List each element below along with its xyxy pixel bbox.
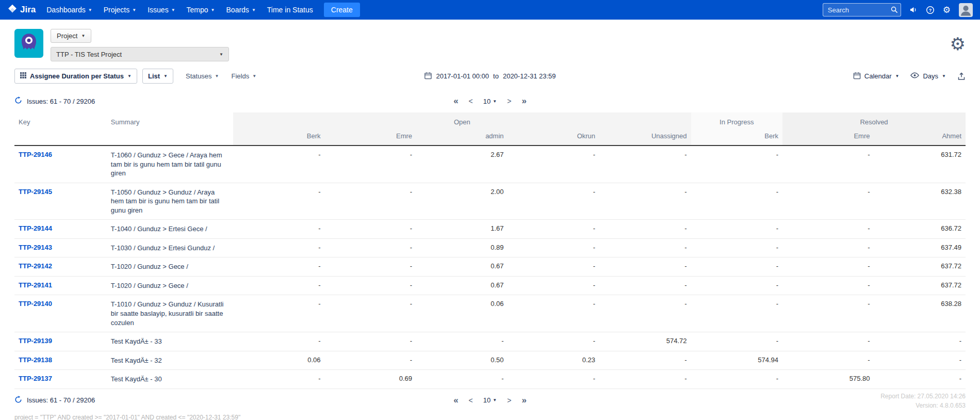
issue-key-link[interactable]: TTP-29143 [19,244,52,251]
issue-key-link[interactable]: TTP-29138 [19,356,52,364]
duration-cell: - [325,183,416,220]
duration-cell: - [782,146,874,183]
prev-page-button[interactable]: < [469,396,473,405]
pagination-bottom: « < 10▼ > » [453,395,527,406]
duration-cell: - [782,351,874,370]
chevron-down-icon: ▼ [127,74,132,78]
issue-key-cell: TTP-29137 [14,370,107,389]
display-unit-dropdown[interactable]: Days▼ [910,72,946,80]
feedback-megaphone-icon[interactable] [909,6,918,14]
issues-table-body: TTP-29146T-1060 / Gunduz > Gece / Araya … [14,146,966,389]
issue-key-link[interactable]: TTP-29145 [19,188,52,196]
duration-cell: 575.80 [782,370,874,389]
issue-summary-cell: Test KaydÄ± - 32 [107,351,233,370]
issue-key-link[interactable]: TTP-29142 [19,262,52,270]
project-select[interactable]: TTP - TIS Test Project▼ [51,47,229,61]
issue-key-link[interactable]: TTP-29141 [19,281,52,289]
nav-item-dashboards[interactable]: Dashboards▼ [41,0,97,20]
issue-key-link[interactable]: TTP-29139 [19,337,52,345]
duration-cell: 574.72 [599,332,691,351]
date-range-picker[interactable]: 2017-01-01 00:00 to 2020-12-31 23:59 [424,72,556,81]
pagination-top: « < 10▼ > » [453,96,527,106]
jira-home-link[interactable]: Jira [7,4,36,17]
refresh-icon[interactable] [14,96,22,106]
calendar-mode-dropdown[interactable]: Calendar▼ [853,72,900,81]
issue-key-link[interactable]: TTP-29146 [19,151,52,158]
duration-cell: - [599,220,691,239]
page-size-select[interactable]: 10▼ [483,396,497,404]
duration-cell: - [782,183,874,220]
search-icon[interactable] [890,6,898,15]
date-separator: to [493,72,499,80]
table-row: TTP-29139Test KaydÄ± - 33----574.72--- [14,332,966,351]
duration-cell: - [599,146,691,183]
duration-cell: - [691,238,782,257]
last-page-button[interactable]: » [521,96,526,106]
first-page-button[interactable]: « [453,395,458,406]
table-row: TTP-29138Test KaydÄ± - 320.06-0.500.23-5… [14,351,966,370]
export-icon[interactable] [957,72,966,80]
duration-cell: - [233,257,324,277]
fields-dropdown[interactable]: Fields▼ [232,72,257,80]
report-type-label: Assignee Duration per Status [30,72,124,80]
page-size-select[interactable]: 10▼ [483,98,497,105]
nav-item-projects[interactable]: Projects▼ [98,0,142,20]
view-type-button[interactable]: List▼ [142,69,173,84]
prev-page-button[interactable]: < [469,97,473,105]
duration-cell: - [782,332,874,351]
duration-cell: - [233,370,324,389]
issue-key-cell: TTP-29138 [14,351,107,370]
next-page-button[interactable]: > [507,97,511,105]
chevron-down-icon: ▼ [219,52,223,57]
nav-item-issues[interactable]: Issues▼ [142,0,181,20]
duration-cell: 0.50 [416,351,508,370]
next-page-button[interactable]: > [507,396,511,405]
search-input[interactable] [823,3,901,17]
report-date: Report Date: 27.05.2020 14:26 [880,392,966,401]
settings-gear-icon[interactable]: ⚙ [943,6,951,14]
report-type-button[interactable]: Assignee Duration per Status▼ [14,69,137,84]
issue-key-link[interactable]: TTP-29144 [19,224,52,232]
issue-summary-cell: Test KaydÄ± - 33 [107,332,233,351]
chevron-down-icon: ▼ [171,8,175,12]
duration-cell: - [233,295,324,332]
chevron-down-icon: ▼ [493,99,497,104]
project-avatar [14,29,43,58]
duration-cell: - [508,238,599,257]
refresh-icon[interactable] [14,396,22,405]
last-page-button[interactable]: » [521,395,526,406]
duration-cell: - [599,370,691,389]
statuses-dropdown[interactable]: Statuses▼ [186,72,219,80]
project-select-value: TTP - TIS Test Project [56,51,122,58]
nav-item-boards[interactable]: Boards▼ [221,0,262,20]
table-row: TTP-29142T-1020 / Gunduz > Gece /--0.67-… [14,257,966,277]
date-to-value: 2020-12-31 23:59 [503,72,556,80]
duration-cell: - [691,370,782,389]
help-icon[interactable]: ? [926,6,935,14]
issue-key-cell: TTP-29146 [14,146,107,183]
report-settings-gear-icon[interactable]: ⚙ [950,35,966,53]
report-meta: Report Date: 27.05.2020 14:26 Version: 4… [880,392,966,411]
user-avatar[interactable] [959,3,973,17]
grid-icon [20,72,26,80]
nav-item-tempo[interactable]: Tempo▼ [181,0,221,20]
first-page-button[interactable]: « [453,96,458,106]
nav-item-label: Time in Status [267,6,313,14]
duration-cell: 0.06 [416,295,508,332]
duration-cell: - [325,220,416,239]
create-button[interactable]: Create [324,3,360,17]
project-picker-button[interactable]: Project▼ [51,29,91,43]
duration-cell: 0.23 [508,351,599,370]
duration-cell: 0.69 [325,370,416,389]
issues-bar-bottom: Issues: 61 - 70 / 29206 « < 10▼ > » Repo… [0,389,980,412]
issues-bar-top: Issues: 61 - 70 / 29206 « < 10▼ > » [0,90,980,112]
assignee-column-header: Berk [233,130,324,146]
table-row: TTP-29143T-1030 / Gunduz > Ertesi Gunduz… [14,238,966,257]
nav-item-time-in-status[interactable]: Time in Status [262,0,319,20]
project-header: Project▼ TTP - TIS Test Project▼ ⚙ [0,20,980,63]
issue-key-link[interactable]: TTP-29140 [19,300,52,308]
duration-cell: - [325,276,416,295]
duration-cell: - [782,257,874,277]
issue-key-link[interactable]: TTP-29137 [19,375,52,382]
duration-cell: - [874,351,966,370]
